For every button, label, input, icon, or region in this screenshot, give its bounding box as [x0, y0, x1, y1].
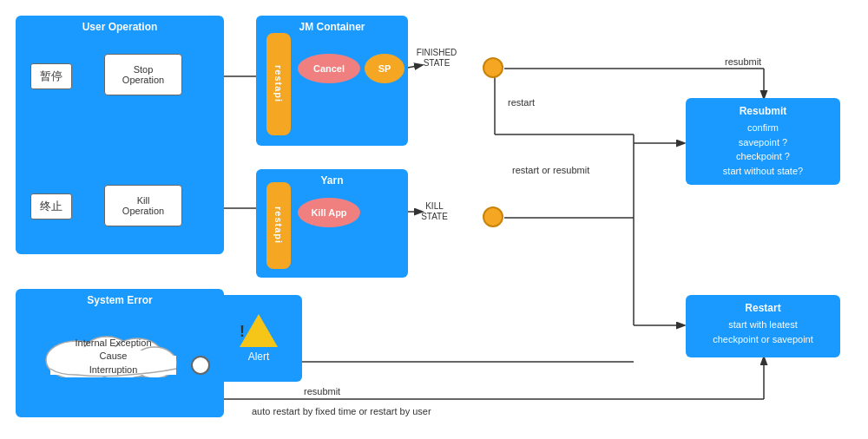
suspend-label: 暂停	[40, 69, 62, 84]
cancel-button[interactable]: Cancel	[298, 54, 360, 83]
internal-exception-cloud: Internal ExceptionCauseInterruption	[42, 312, 185, 377]
restart-label: restart	[508, 97, 535, 108]
error-circle	[191, 356, 210, 375]
diagram: restart resubmit restart or resubmit res…	[0, 0, 868, 439]
restart-api-1: restapi	[266, 33, 291, 135]
restart-content: start with leatest checkpoint or savepoi…	[693, 318, 833, 346]
kill-operation-box: Kill Operation	[104, 185, 182, 226]
restart-or-resubmit-label: restart or resubmit	[512, 165, 589, 175]
exclaim-icon: !	[240, 323, 245, 341]
internal-exception-label: Internal ExceptionCauseInterruption	[42, 337, 185, 377]
finished-state-label: FINISHED STATE	[406, 48, 467, 69]
restart-api-1-label: restapi	[273, 65, 284, 102]
alert-label: Alert	[248, 351, 270, 363]
cancel-label: Cancel	[313, 63, 345, 74]
alert-section: ! Alert	[215, 295, 302, 382]
stop-operation-label: Stop Operation	[122, 64, 164, 85]
resubmit-label-bottom: resubmit	[304, 386, 340, 396]
jm-container-title: JM Container	[256, 21, 408, 33]
restart-api-2: restapi	[266, 182, 291, 269]
user-operation-title: User Operation	[16, 21, 224, 33]
sp-node: SP	[365, 54, 404, 83]
stop-operation-box: Stop Operation	[104, 54, 182, 95]
kill-app-button[interactable]: Kill App	[298, 198, 360, 227]
resubmit-title: Resubmit	[693, 105, 833, 117]
kill-operation-label: Kill Operation	[122, 195, 164, 216]
kill-state-circle	[483, 206, 503, 227]
sp-label: SP	[378, 63, 391, 74]
restart-api-2-label: restapi	[273, 206, 284, 244]
system-error-title: System Error	[16, 294, 224, 306]
resubmit-box: Resubmit confirm savepoint ? checkpoint …	[686, 98, 840, 185]
kill-label: 终止	[40, 199, 62, 214]
suspend-button[interactable]: 暂停	[30, 63, 72, 89]
alert-triangle: !	[240, 314, 278, 347]
resubmit-label-top: resubmit	[725, 56, 761, 67]
kill-state-label: KILL STATE	[406, 201, 463, 222]
auto-restart-label: auto restart by fixed time or restart by…	[252, 406, 431, 416]
restart-title: Restart	[693, 302, 833, 314]
kill-button[interactable]: 终止	[30, 193, 72, 220]
restart-box: Restart start with leatest checkpoint or…	[686, 295, 840, 357]
resubmit-content: confirm savepoint ? checkpoint ? start w…	[693, 121, 833, 178]
kill-app-label: Kill App	[311, 207, 346, 218]
finished-state-circle	[483, 57, 503, 78]
